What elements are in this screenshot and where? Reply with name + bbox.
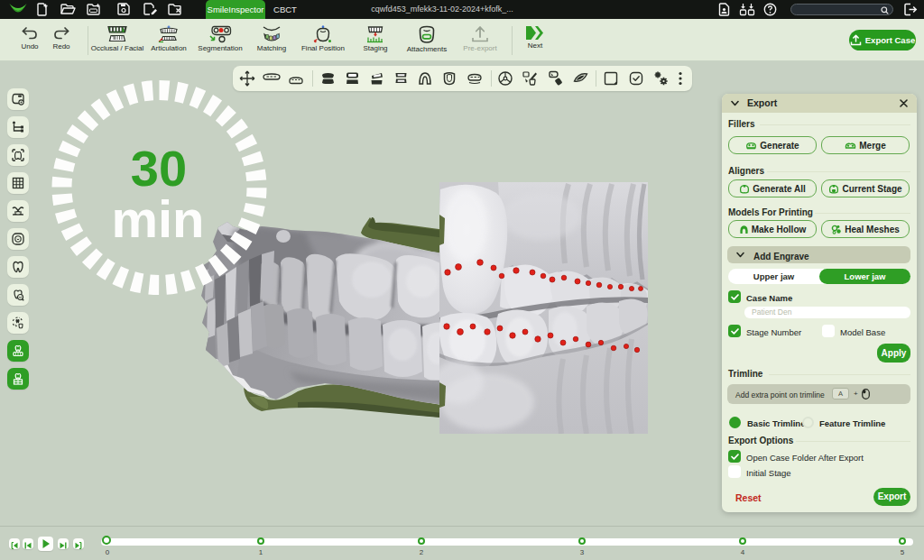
svg-text:min: min	[111, 189, 204, 248]
svg-text:30: 30	[131, 140, 187, 197]
